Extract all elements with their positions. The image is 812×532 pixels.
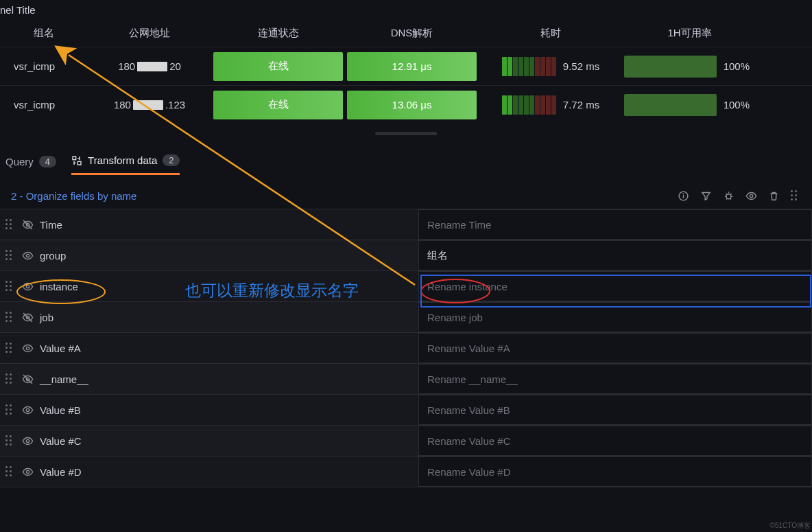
drag-handle-icon[interactable]: [0, 466, 18, 477]
field-row: Value #D: [0, 456, 812, 487]
field-name-label: Value #C: [37, 435, 418, 447]
svg-point-18: [26, 470, 29, 473]
cell-status: 在线: [211, 91, 345, 119]
eye-icon[interactable]: [745, 190, 757, 202]
debug-icon[interactable]: [723, 190, 735, 202]
rename-input[interactable]: [418, 364, 812, 394]
column-header-status[interactable]: 连通状态: [211, 27, 345, 40]
field-row: group: [0, 240, 812, 271]
status-badge: 在线: [213, 91, 343, 119]
rename-input[interactable]: [418, 333, 812, 363]
svg-point-6: [750, 194, 752, 197]
cell-ip: 180 .123: [88, 99, 211, 111]
drag-handle-icon[interactable]: [0, 219, 18, 230]
rename-input[interactable]: [418, 456, 812, 487]
svg-point-9: [26, 254, 29, 257]
column-header-ip[interactable]: 公网地址: [88, 27, 211, 40]
transform-toolbar: [678, 190, 802, 202]
drag-handle-icon[interactable]: [0, 404, 18, 415]
tab-count-badge: 2: [163, 154, 180, 166]
column-header-availability[interactable]: 1H可用率: [623, 27, 756, 40]
rename-input[interactable]: [418, 426, 812, 456]
column-header-dns[interactable]: DNS解析: [345, 27, 479, 40]
redacted-block: [133, 100, 163, 110]
eye-off-icon[interactable]: [18, 312, 37, 323]
availability-value: 100%: [724, 99, 750, 111]
eye-off-icon[interactable]: [18, 373, 37, 385]
trash-icon[interactable]: [768, 190, 780, 202]
redacted-block: [137, 62, 167, 71]
eye-icon[interactable]: [18, 343, 37, 354]
rename-input[interactable]: [418, 302, 812, 332]
cell-availability: 100%: [623, 94, 756, 116]
drag-handle-icon[interactable]: [0, 435, 18, 446]
drag-handle-icon[interactable]: [0, 312, 18, 323]
ip-prefix: 180: [114, 99, 131, 111]
cell-dns: 12.91 μs: [345, 52, 479, 81]
field-row: __name__: [0, 364, 812, 395]
annotation-text: 也可以重新修改显示名字: [185, 280, 359, 301]
ip-suffix: 20: [169, 60, 181, 72]
field-row: Time: [0, 209, 812, 240]
svg-point-17: [26, 439, 29, 442]
availability-bar: [624, 56, 717, 78]
field-name-label: Value #B: [37, 404, 418, 416]
drag-icon[interactable]: [791, 190, 802, 202]
column-header-group[interactable]: 组名: [0, 27, 88, 40]
tab-transform[interactable]: Transform data 2: [71, 148, 180, 175]
cell-group: vsr_icmp: [0, 99, 88, 111]
table-row: vsr_icmp 180 .123 在线 13.06 μs 7.72 ms 10…: [0, 85, 812, 124]
cell-status: 在线: [211, 52, 345, 81]
resize-handle[interactable]: [375, 132, 437, 135]
rename-input[interactable]: [418, 240, 812, 270]
table-header-row: 组名 公网地址 连通状态 DNS解析 耗时 1H可用率: [0, 20, 812, 47]
latency-value: 9.52 ms: [563, 60, 599, 72]
cell-latency: 9.52 ms: [479, 57, 623, 76]
status-badge: 在线: [213, 52, 343, 81]
info-icon[interactable]: [678, 190, 689, 202]
drag-handle-icon[interactable]: [0, 343, 18, 354]
dns-badge: 12.91 μs: [347, 52, 477, 81]
tab-query[interactable]: Query 4: [5, 148, 56, 175]
rename-input[interactable]: [418, 209, 812, 240]
editor-tabs: Query 4 Transform data 2: [0, 148, 812, 175]
svg-point-10: [26, 285, 29, 288]
availability-bar: [624, 94, 717, 116]
transform-header: 2 - Organize fields by name: [0, 185, 812, 209]
drag-handle-icon[interactable]: [0, 281, 18, 292]
rename-input[interactable]: [418, 395, 812, 425]
field-name-label: __name__: [37, 373, 418, 385]
field-name-label: group: [37, 250, 418, 262]
drag-handle-icon[interactable]: [0, 250, 18, 261]
tab-label: Query: [5, 156, 34, 167]
eye-icon[interactable]: [18, 466, 37, 478]
latency-value: 7.72 ms: [563, 99, 599, 111]
svg-point-4: [683, 194, 684, 194]
latency-bars: [502, 95, 556, 115]
transform-title[interactable]: 2 - Organize fields by name: [11, 190, 136, 202]
eye-off-icon[interactable]: [18, 219, 37, 231]
eye-icon[interactable]: [18, 281, 37, 292]
eye-icon[interactable]: [18, 435, 37, 447]
drag-handle-icon[interactable]: [0, 373, 18, 384]
filter-icon[interactable]: [700, 190, 712, 202]
cell-ip: 180 20: [88, 60, 211, 72]
ip-suffix: .123: [165, 99, 185, 111]
eye-icon[interactable]: [18, 404, 37, 416]
field-name-label: Time: [37, 219, 418, 231]
eye-icon[interactable]: [18, 250, 37, 262]
svg-point-16: [26, 408, 29, 411]
watermark: ©51CTO博客: [770, 521, 811, 531]
column-header-latency[interactable]: 耗时: [479, 27, 623, 40]
availability-value: 100%: [724, 60, 750, 72]
field-row: Value #B: [0, 395, 812, 426]
field-name-label: job: [37, 312, 418, 323]
rename-input[interactable]: [418, 271, 812, 301]
cell-latency: 7.72 ms: [479, 95, 623, 115]
field-row: Value #A: [0, 333, 812, 364]
field-row: instance: [0, 271, 812, 302]
panel-title: nel Title: [0, 0, 812, 20]
ip-prefix: 180: [118, 60, 135, 72]
field-list: TimegroupinstancejobValue #A__name__Valu…: [0, 209, 812, 487]
field-name-label: Value #A: [37, 343, 418, 354]
